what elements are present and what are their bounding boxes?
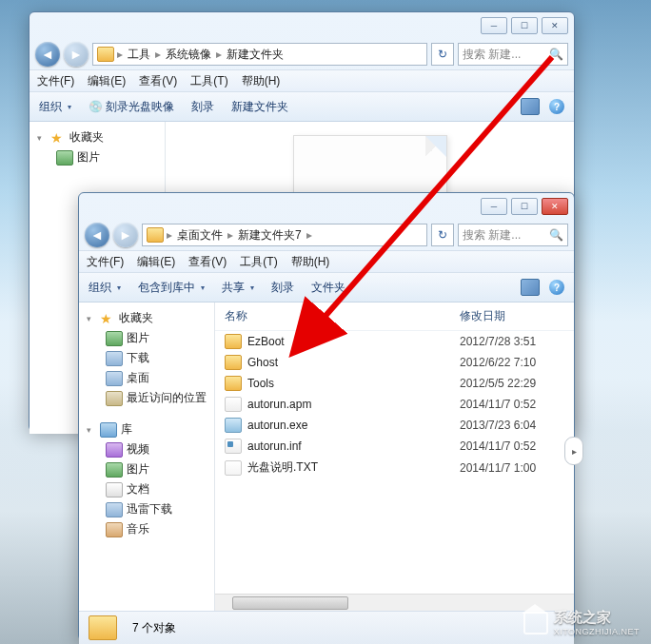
forward-button[interactable]: ► <box>64 42 89 67</box>
help-button[interactable]: ? <box>549 280 564 295</box>
sidebar-music[interactable]: 音乐 <box>79 519 214 539</box>
music-icon <box>106 522 123 537</box>
menu-edit[interactable]: 编辑(E) <box>137 254 175 270</box>
preview-pane-toggle[interactable]: ▸ <box>564 437 583 465</box>
downloads-icon <box>106 351 123 366</box>
file-row[interactable]: 光盘说明.TXT2014/11/7 1:00 <box>215 457 574 478</box>
library-icon <box>100 422 117 438</box>
breadcrumb-item[interactable]: 新建文件夹7 <box>236 227 304 244</box>
sidebar-favorites[interactable]: ▾★收藏夹 <box>79 308 214 328</box>
search-icon: 🔍 <box>549 48 563 61</box>
back-button[interactable]: ◄ <box>35 42 60 67</box>
menu-bar: 文件(F) 编辑(E) 查看(V) 工具(T) 帮助(H) <box>30 69 574 92</box>
refresh-button[interactable]: ↻ <box>431 43 454 66</box>
file-icon <box>225 397 242 412</box>
sidebar-desktop[interactable]: 桌面 <box>79 368 214 388</box>
sidebar-recent[interactable]: 最近访问的位置 <box>79 388 214 408</box>
file-date: 2012/5/5 22:29 <box>460 377 564 390</box>
titlebar: ─ ☐ ✕ <box>79 193 574 220</box>
menu-help[interactable]: 帮助(H) <box>291 254 330 270</box>
menu-file[interactable]: 文件(F) <box>37 73 74 89</box>
watermark-brand: 系统之家 <box>554 609 640 627</box>
breadcrumb-item[interactable]: 工具 <box>126 47 152 63</box>
menu-view[interactable]: 查看(V) <box>139 73 177 89</box>
minimize-button[interactable]: ─ <box>481 17 507 34</box>
file-date: 2012/6/22 7:10 <box>460 356 564 369</box>
breadcrumb-item[interactable]: 系统镜像 <box>164 47 213 63</box>
menu-tools[interactable]: 工具(T) <box>190 73 227 89</box>
organize-button[interactable]: 组织 <box>89 280 121 296</box>
scrollbar-thumb[interactable] <box>232 596 348 610</box>
watermark: 系统之家 XITONGZHIJIA.NET <box>523 609 640 636</box>
sidebar-downloads[interactable]: 下载 <box>79 348 214 368</box>
menu-view[interactable]: 查看(V) <box>188 254 227 270</box>
videos-icon <box>106 442 123 458</box>
organize-button[interactable]: 组织 <box>39 99 71 115</box>
menu-tools[interactable]: 工具(T) <box>240 254 277 270</box>
house-icon <box>523 612 548 634</box>
pictures-icon <box>106 331 123 346</box>
file-row[interactable]: autorun.exe2013/7/23 6:04 <box>215 415 574 436</box>
inf-icon <box>225 439 242 454</box>
file-list: EzBoot2012/7/28 3:51Ghost2012/6/22 7:10T… <box>215 331 574 478</box>
sidebar-pictures[interactable]: 图片 <box>30 147 165 167</box>
menu-file[interactable]: 文件(F) <box>87 254 124 270</box>
chevron-right-icon: ▸ <box>215 48 223 61</box>
burn-button[interactable]: 刻录 <box>191 99 214 115</box>
new-folder-button[interactable]: 文件夹 <box>311 280 345 296</box>
sidebar-xunlei[interactable]: 迅雷下载 <box>79 499 214 519</box>
share-button[interactable]: 共享 <box>222 280 254 296</box>
close-button[interactable]: ✕ <box>542 17 568 34</box>
folder-icon <box>225 355 242 370</box>
maximize-button[interactable]: ☐ <box>511 17 538 34</box>
breadcrumb-item[interactable]: 新建文件夹 <box>225 47 286 63</box>
sidebar-favorites[interactable]: ▾★收藏夹 <box>30 127 165 147</box>
search-placeholder: 搜索 新建... <box>463 47 521 63</box>
search-input[interactable]: 搜索 新建... 🔍 <box>458 43 568 66</box>
explorer-window-front: ─ ☐ ✕ ◄ ► ▸ 桌面文件 ▸ 新建文件夹7 ▸ ↻ 搜索 新建... 🔍… <box>78 192 575 641</box>
file-row[interactable]: autorun.inf2014/11/7 0:52 <box>215 436 574 457</box>
search-input[interactable]: 搜索 新建... 🔍 <box>458 224 568 246</box>
sidebar-pictures[interactable]: 图片 <box>79 328 214 348</box>
view-options-button[interactable] <box>521 98 540 115</box>
menu-edit[interactable]: 编辑(E) <box>88 73 126 89</box>
file-date: 2014/11/7 0:52 <box>460 439 564 453</box>
help-button[interactable]: ? <box>549 99 564 114</box>
nav-bar: ◄ ► ▸ 桌面文件 ▸ 新建文件夹7 ▸ ↻ 搜索 新建... 🔍 <box>79 220 574 250</box>
view-options-button[interactable] <box>521 279 540 296</box>
back-button[interactable]: ◄ <box>85 223 109 247</box>
file-row[interactable]: Ghost2012/6/22 7:10 <box>215 352 574 373</box>
menu-help[interactable]: 帮助(H) <box>242 73 281 89</box>
column-date[interactable]: 修改日期 <box>460 308 564 324</box>
sidebar-documents[interactable]: 文档 <box>79 479 214 499</box>
sidebar-videos[interactable]: 视频 <box>79 439 214 459</box>
folder-icon <box>225 376 242 391</box>
collapse-icon: ▾ <box>87 425 96 435</box>
column-headers[interactable]: 名称 修改日期 <box>215 302 574 331</box>
address-bar[interactable]: ▸ 工具 ▸ 系统镜像 ▸ 新建文件夹 <box>92 43 427 66</box>
sidebar-libraries[interactable]: ▾库 <box>79 420 214 439</box>
sidebar-pictures-lib[interactable]: 图片 <box>79 459 214 479</box>
file-row[interactable]: Tools2012/5/5 22:29 <box>215 373 574 394</box>
breadcrumb-item[interactable]: 桌面文件 <box>175 227 225 244</box>
file-row[interactable]: EzBoot2012/7/28 3:51 <box>215 331 574 352</box>
file-name: EzBoot <box>247 335 460 348</box>
nav-bar: ◄ ► ▸ 工具 ▸ 系统镜像 ▸ 新建文件夹 ↻ 搜索 新建... 🔍 <box>30 39 574 69</box>
new-folder-button[interactable]: 新建文件夹 <box>231 99 288 115</box>
search-placeholder: 搜索 新建... <box>463 227 521 244</box>
minimize-button[interactable]: ─ <box>481 198 507 215</box>
toolbar: 组织 包含到库中 共享 刻录 文件夹 ? <box>79 273 574 302</box>
burn-image-button[interactable]: 💿刻录光盘映像 <box>89 99 174 115</box>
address-bar[interactable]: ▸ 桌面文件 ▸ 新建文件夹7 ▸ <box>142 224 427 246</box>
horizontal-scrollbar[interactable] <box>215 594 574 611</box>
refresh-button[interactable]: ↻ <box>431 224 454 246</box>
file-row[interactable]: autorun.apm2014/11/7 0:52 <box>215 394 574 415</box>
file-date: 2014/11/7 0:52 <box>460 398 564 411</box>
maximize-button[interactable]: ☐ <box>511 198 538 215</box>
column-name[interactable]: 名称 <box>225 308 460 324</box>
forward-button[interactable]: ► <box>113 223 138 247</box>
close-button[interactable]: ✕ <box>542 198 568 215</box>
folder-icon <box>147 227 164 243</box>
burn-button[interactable]: 刻录 <box>271 280 294 296</box>
include-library-button[interactable]: 包含到库中 <box>138 280 205 296</box>
